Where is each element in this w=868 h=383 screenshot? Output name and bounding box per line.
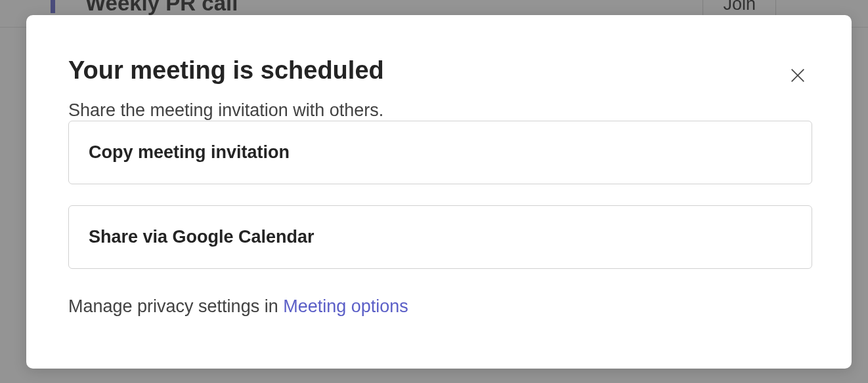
- share-google-calendar-button[interactable]: Share via Google Calendar: [68, 205, 812, 269]
- close-icon: [789, 66, 807, 85]
- privacy-settings-text: Manage privacy settings in Meeting optio…: [68, 296, 812, 317]
- dialog-subtitle: Share the meeting invitation with others…: [68, 100, 812, 121]
- share-google-calendar-label: Share via Google Calendar: [89, 227, 315, 247]
- privacy-prefix: Manage privacy settings in: [68, 296, 283, 316]
- close-button[interactable]: [785, 62, 811, 89]
- meeting-scheduled-dialog: Your meeting is scheduled Share the meet…: [26, 15, 852, 369]
- dialog-title: Your meeting is scheduled: [68, 56, 812, 86]
- copy-invitation-label: Copy meeting invitation: [89, 142, 290, 163]
- meeting-options-link[interactable]: Meeting options: [283, 296, 408, 316]
- copy-invitation-button[interactable]: Copy meeting invitation: [68, 121, 812, 184]
